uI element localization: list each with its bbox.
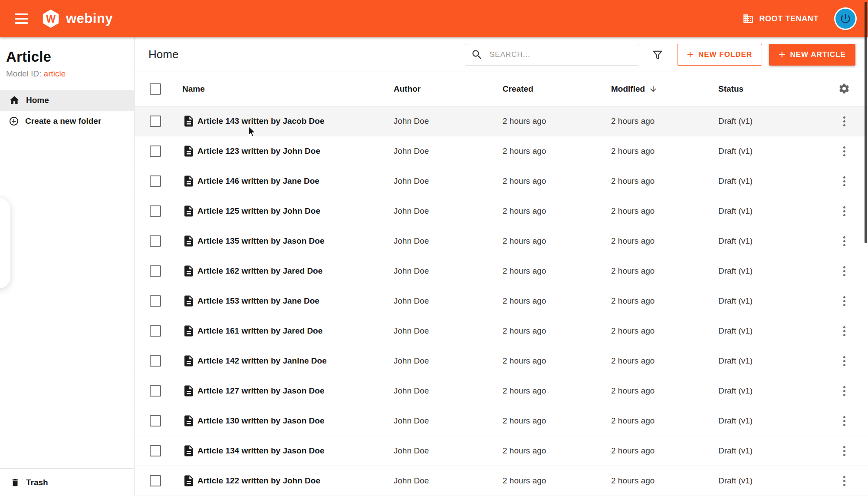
trash-button[interactable]: Trash <box>0 468 134 496</box>
row-menu-button[interactable] <box>841 473 848 489</box>
document-icon <box>182 324 195 337</box>
article-name[interactable]: Article 161 written by Jared Doe <box>197 326 394 336</box>
row-checkbox-cell <box>150 385 182 397</box>
article-name[interactable]: Article 142 written by Janine Doe <box>197 356 394 366</box>
row-checkbox[interactable] <box>150 475 161 486</box>
document-icon <box>182 354 195 367</box>
document-icon <box>182 414 195 427</box>
article-name[interactable]: Article 162 written by Jared Doe <box>197 266 394 276</box>
new-folder-button[interactable]: + NEW FOLDER <box>677 44 762 66</box>
row-checkbox[interactable] <box>150 205 161 217</box>
filter-button[interactable] <box>650 47 665 63</box>
row-menu-button[interactable] <box>841 234 848 249</box>
sort-descending-icon <box>649 85 658 93</box>
row-menu-button[interactable] <box>841 354 848 369</box>
file-icon-cell <box>182 235 197 248</box>
avatar[interactable] <box>834 7 857 30</box>
create-folder-button[interactable]: Create a new folder <box>0 111 134 132</box>
menu-button[interactable] <box>11 10 31 27</box>
row-checkbox[interactable] <box>150 325 161 337</box>
article-name[interactable]: Article 123 written by John Doe <box>197 146 394 156</box>
table-row[interactable]: Article 125 written by John Doe John Doe… <box>135 196 868 226</box>
article-name[interactable]: Article 143 written by Jacob Doe <box>197 116 394 126</box>
row-menu-button[interactable] <box>841 114 848 129</box>
table-row[interactable]: Article 135 written by Jason Doe John Do… <box>135 226 868 256</box>
file-icon-cell <box>182 354 197 367</box>
row-checkbox[interactable] <box>150 415 161 427</box>
table-settings-button[interactable] <box>836 81 852 98</box>
article-status: Draft (v1) <box>718 326 829 336</box>
column-header-created[interactable]: Created <box>503 84 611 94</box>
article-name[interactable]: Article 134 written by Jason Doe <box>197 446 394 456</box>
row-menu-button[interactable] <box>841 413 848 429</box>
row-checkbox[interactable] <box>150 265 161 277</box>
body-wrap: Article Model ID: article Home <box>0 37 868 496</box>
search-input[interactable] <box>465 44 639 66</box>
document-icon <box>182 235 195 248</box>
article-modified: 2 hours ago <box>611 386 718 396</box>
row-menu-button[interactable] <box>841 174 848 189</box>
row-menu-button[interactable] <box>841 264 848 279</box>
article-status: Draft (v1) <box>718 386 829 396</box>
table-row[interactable]: Article 143 written by Jacob Doe John Do… <box>135 106 868 136</box>
table-row[interactable]: Article 153 written by Jane Doe John Doe… <box>135 286 868 316</box>
article-created: 2 hours ago <box>503 266 611 276</box>
document-icon <box>182 205 195 218</box>
file-icon-cell <box>182 414 197 427</box>
file-icon-cell <box>182 384 197 397</box>
column-header-name[interactable]: Name <box>182 84 394 94</box>
select-all-checkbox[interactable] <box>150 83 161 95</box>
row-checkbox[interactable] <box>150 295 161 307</box>
article-author: John Doe <box>394 116 503 126</box>
row-checkbox[interactable] <box>150 116 161 127</box>
sidebar-item-home[interactable]: Home <box>0 90 134 111</box>
table-row[interactable]: Article 161 written by Jared Doe John Do… <box>135 316 868 346</box>
article-name[interactable]: Article 122 written by John Doe <box>197 476 394 486</box>
tenant-selector[interactable]: ROOT TENANT <box>743 13 819 24</box>
column-header-modified[interactable]: Modified <box>611 84 718 94</box>
table-row[interactable]: Article 123 written by John Doe John Doe… <box>135 136 868 166</box>
article-author: John Doe <box>394 476 503 486</box>
row-actions-cell <box>829 234 859 249</box>
article-author: John Doe <box>394 206 503 216</box>
row-checkbox[interactable] <box>150 145 161 157</box>
article-name[interactable]: Article 127 written by Jason Doe <box>197 386 394 396</box>
column-header-author[interactable]: Author <box>394 84 503 94</box>
row-menu-button[interactable] <box>841 204 848 219</box>
row-menu-button[interactable] <box>841 384 848 399</box>
row-checkbox[interactable] <box>150 385 161 397</box>
file-icon-cell <box>182 324 197 337</box>
table-row[interactable]: Article 127 written by Jason Doe John Do… <box>135 376 868 406</box>
row-checkbox[interactable] <box>150 355 161 367</box>
home-icon <box>9 95 20 106</box>
new-article-button[interactable]: + NEW ARTICLE <box>769 44 855 66</box>
row-actions-cell <box>829 354 859 369</box>
article-name[interactable]: Article 130 written by Jason Doe <box>197 416 394 426</box>
hamburger-bar <box>15 13 28 15</box>
table-row[interactable]: Article 130 written by Jason Doe John Do… <box>135 406 868 436</box>
row-menu-button[interactable] <box>841 443 848 459</box>
article-author: John Doe <box>394 236 503 246</box>
article-name[interactable]: Article 146 written by Jane Doe <box>197 176 394 186</box>
topbar-right: ROOT TENANT <box>743 7 857 30</box>
table-row[interactable]: Article 134 written by Jason Doe John Do… <box>135 436 868 466</box>
article-name[interactable]: Article 135 written by Jason Doe <box>197 236 394 246</box>
table-row[interactable]: Article 142 written by Janine Doe John D… <box>135 346 868 376</box>
row-checkbox[interactable] <box>150 235 161 247</box>
scrollbar-thumb[interactable] <box>865 2 867 243</box>
webiny-logo[interactable]: W webiny <box>41 9 113 29</box>
row-menu-button[interactable] <box>841 324 848 339</box>
row-actions-cell <box>829 413 859 429</box>
article-name[interactable]: Article 153 written by Jane Doe <box>197 296 394 306</box>
table-row[interactable]: Article 146 written by Jane Doe John Doe… <box>135 166 868 196</box>
row-menu-button[interactable] <box>841 294 848 309</box>
toolbar: + NEW FOLDER + NEW ARTICLE <box>465 44 855 66</box>
article-name[interactable]: Article 125 written by John Doe <box>197 206 394 216</box>
row-checkbox[interactable] <box>150 445 161 456</box>
table-row[interactable]: Article 162 written by Jared Doe John Do… <box>135 256 868 286</box>
column-header-status[interactable]: Status <box>718 84 829 94</box>
row-menu-button[interactable] <box>841 144 848 159</box>
table-row[interactable]: Article 122 written by John Doe John Doe… <box>135 466 868 496</box>
topbar-left: W webiny <box>11 9 113 29</box>
row-checkbox[interactable] <box>150 175 161 187</box>
